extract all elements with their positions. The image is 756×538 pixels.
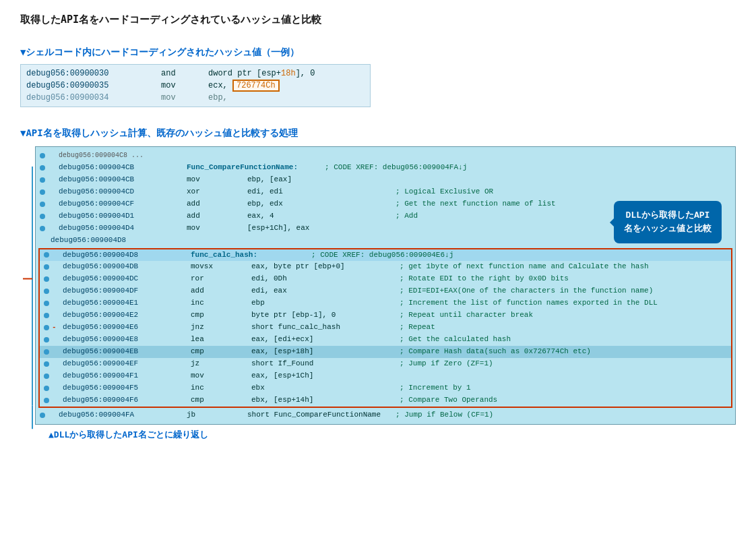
arrow [48, 175, 56, 185]
code-line-2: debug056:00900035 mov ecx, 726774Ch [26, 80, 365, 92]
red-row-11: debug056:009004F5 inc ebx ; Increment by… [40, 382, 731, 394]
dot [44, 252, 49, 258]
hash-value: 726774Ch [232, 80, 280, 92]
mn1: and [161, 67, 208, 80]
addr: debug056:009004EF [63, 359, 191, 369]
dot [44, 313, 49, 318]
dot [44, 373, 49, 379]
arrow [40, 235, 48, 246]
red-row-6: - debug056:009004E6 jnz short func_calc_… [40, 322, 731, 334]
addr: debug056:009004D8 [63, 250, 191, 261]
dot [44, 398, 49, 403]
addr: debug056:009004CB [59, 175, 187, 185]
addr: debug056:009004FA [59, 410, 187, 421]
operands: eax, byte ptr [ebp+0] [251, 262, 400, 272]
operands: ebp, edx [247, 199, 396, 210]
mnemonic: lea [191, 334, 251, 345]
dot [44, 361, 49, 367]
code-line-1: debug056:00900030 and dword ptr [esp+18h… [26, 67, 365, 80]
addr: debug056:009004D4 [59, 223, 187, 234]
addr: debug056:009004CB [59, 162, 187, 173]
mnemonic: mov [187, 175, 247, 185]
operands: [esp+1Ch], eax [247, 223, 396, 234]
red-row-1: debug056:009004DB movsx eax, byte ptr [e… [40, 261, 731, 273]
addr: debug056:009004E8 [63, 334, 191, 345]
mnemonic: jnz [191, 322, 251, 333]
op3: ebp, [208, 92, 228, 104]
pre-row-1: debug056:009004CB Func_CompareFunctionNa… [36, 162, 735, 174]
arrow [52, 359, 60, 369]
code-line-3: debug056:00900034 mov ebp, [26, 92, 365, 104]
dot [44, 289, 49, 294]
mnemonic: inc [191, 298, 251, 309]
red-row-12: debug056:009004F6 cmp ebx, [esp+14h] ; C… [40, 394, 731, 407]
comment: ; Get the next function name of list [396, 199, 556, 210]
op1: dword ptr [esp+18h], 0 [208, 67, 315, 80]
mnemonic: cmp [191, 395, 251, 406]
pre-row-2: debug056:009004CB mov ebp, [eax] [36, 174, 735, 186]
addr: debug056:009004DF [63, 286, 191, 297]
dot [40, 214, 45, 219]
dot [40, 226, 45, 231]
comment: ; CODE XREF: debug056:009004FA↓j [325, 162, 467, 173]
operands: edi, edi [247, 187, 396, 198]
func-hash-label-row: debug056:009004D8 func_calc_hash: ; CODE… [40, 249, 731, 262]
comment: ; Add [396, 211, 418, 222]
red-row-7: debug056:009004E8 lea eax, [edi+ecx] ; G… [40, 334, 731, 346]
post-row-0: debug056:009004FA jb short Func_CompareF… [36, 409, 735, 421]
comment: ; Increment by 1 [400, 383, 471, 394]
pre-row-0: debug056:009004C8 ... [36, 150, 735, 162]
red-row-4: debug056:009004E1 inc ebp ; Increment th… [40, 297, 731, 309]
operands: ebp, [eax] [247, 175, 396, 185]
red-row-10: debug056:009004F1 mov eax, [esp+1Ch] [40, 370, 731, 382]
operands: ebp [251, 298, 400, 309]
arrow [52, 274, 60, 285]
section3-wrapper: debug056:009004C8 ... debug056:009004CB … [20, 146, 736, 441]
comment: ; Increment the list of function names e… [400, 298, 658, 309]
section1-title: ▼シェルコード内にハードコーディングされたハッシュ値（一例） [20, 47, 736, 59]
addr: debug056:009004CF [59, 199, 187, 210]
comment: ; Repeat until character break [400, 310, 533, 321]
section2: ▼API名を取得しハッシュ計算、既存のハッシュ値と比較する処理 [20, 127, 736, 140]
addr: debug056:009004D1 [59, 211, 187, 222]
mnemonic: add [191, 286, 251, 297]
operands: eax, [esp+1Ch] [251, 371, 400, 382]
mn2: mov [161, 80, 208, 92]
operands: edi, eax [251, 286, 400, 297]
comment: ; Jump if Below (CF=1) [396, 410, 493, 421]
addr: debug056:009004F6 [63, 395, 191, 406]
arrow [48, 187, 56, 198]
addr: debug056:009004F5 [63, 383, 191, 394]
arrow [52, 383, 60, 394]
arrow [48, 410, 56, 421]
addr3: debug056:00900034 [26, 92, 161, 104]
operands: ebx [251, 383, 400, 394]
callout-box: DLLから取得したAPI 名をハッシュ値と比較 [614, 201, 722, 243]
comment: ; Logical Exclusive OR [396, 187, 493, 198]
addr: debug056:009004EB [63, 347, 191, 357]
red-row-9: debug056:009004EF jz short If_Found ; Ju… [40, 358, 731, 370]
dot [40, 202, 45, 207]
callout-text: DLLから取得したAPI 名をハッシュ値と比較 [624, 210, 712, 234]
arrow [52, 371, 60, 382]
mnemonic: inc [191, 383, 251, 394]
arrow [48, 211, 56, 222]
dot [44, 349, 49, 355]
main-title: 取得したAPI名をハードコーディングされているハッシュ値と比較 [20, 13, 736, 26]
section1: ▼シェルコード内にハードコーディングされたハッシュ値（一例） debug056:… [20, 47, 736, 107]
section2-title: ▼API名を取得しハッシュ計算、既存のハッシュ値と比較する処理 [20, 127, 736, 140]
main-code-area: debug056:009004C8 ... debug056:009004CB … [35, 146, 736, 425]
addr: debug056:009004DB [63, 262, 191, 272]
pre-row-3: debug056:009004CD xor edi, edi ; Logical… [36, 186, 735, 198]
dot [40, 153, 45, 158]
comment: ; Compare Hash data(such as 0x726774Ch e… [400, 347, 591, 357]
red-row-5: debug056:009004E2 cmp byte ptr [ebp-1], … [40, 309, 731, 322]
dot [40, 413, 45, 418]
mnemonic: Func_CompareFunctionName: [187, 162, 298, 173]
arrow [52, 347, 60, 357]
addr: debug056:009004E6 [63, 322, 191, 333]
dot [44, 301, 49, 306]
addr: debug056:009004CD [59, 187, 187, 198]
mnemonic: ror [191, 274, 251, 285]
page-container: 取得したAPI名をハードコーディングされているハッシュ値と比較 ▼シェルコード内… [0, 0, 756, 454]
